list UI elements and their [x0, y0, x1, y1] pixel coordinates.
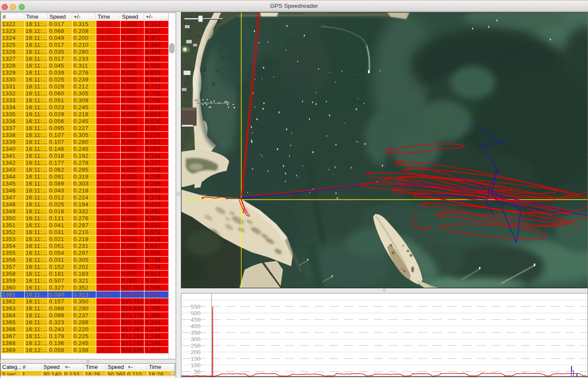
svg-text:300: 300 [191, 336, 200, 342]
svg-text:350: 350 [191, 329, 200, 336]
svg-text:550: 550 [191, 303, 200, 310]
svg-text:450: 450 [191, 316, 200, 323]
svg-text:400: 400 [191, 323, 200, 329]
svg-text:50: 50 [194, 368, 200, 375]
svg-text:250: 250 [191, 342, 200, 349]
svg-text:150: 150 [191, 355, 200, 362]
svg-text:500: 500 [191, 310, 200, 316]
svg-text:200: 200 [191, 349, 200, 355]
svg-text:100: 100 [191, 362, 200, 368]
